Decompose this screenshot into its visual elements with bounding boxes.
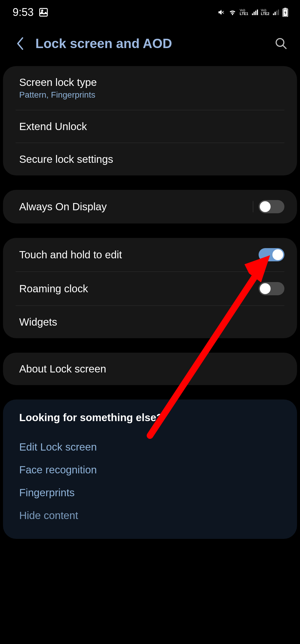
screen-lock-type-subtitle: Pattern, Fingerprints	[19, 90, 97, 100]
item-extend-unlock[interactable]: Extend Unlock	[3, 110, 297, 143]
image-icon	[38, 7, 49, 17]
looking-for-title: Looking for something else?	[19, 412, 281, 424]
card-aod: Always On Display	[3, 190, 297, 223]
item-roaming-clock[interactable]: Roaming clock	[3, 272, 297, 305]
search-button[interactable]	[274, 36, 289, 51]
secure-lock-title: Secure lock settings	[19, 153, 113, 165]
signal2-icon	[272, 9, 279, 16]
card-edit-clock-widgets: Touch and hold to edit Roaming clock Wid…	[3, 238, 297, 338]
page-title: Lock screen and AOD	[35, 36, 265, 51]
item-widgets[interactable]: Widgets	[3, 306, 297, 338]
touch-hold-title: Touch and hold to edit	[19, 249, 122, 261]
battery-charging-icon	[282, 8, 289, 17]
status-bar: 9:53 Vo)) LTE1 Vo)) LTE2	[0, 0, 300, 24]
card-about: About Lock screen	[3, 353, 297, 385]
mute-vibrate-icon	[218, 8, 225, 16]
wifi-icon	[228, 8, 237, 17]
card-looking-for: Looking for something else? Edit Lock sc…	[3, 399, 297, 539]
touch-hold-toggle[interactable]	[259, 248, 284, 261]
back-button[interactable]	[14, 36, 26, 51]
roaming-clock-toggle[interactable]	[259, 282, 284, 295]
extend-unlock-title: Extend Unlock	[19, 120, 87, 132]
item-touch-hold-edit[interactable]: Touch and hold to edit	[3, 238, 297, 272]
link-face-recognition[interactable]: Face recognition	[19, 458, 281, 481]
screen-lock-type-title: Screen lock type	[19, 76, 97, 88]
item-about-lock-screen[interactable]: About Lock screen	[3, 353, 297, 385]
link-edit-lock-screen[interactable]: Edit Lock screen	[19, 436, 281, 458]
toggle-divider	[253, 201, 253, 212]
svg-rect-3	[284, 8, 286, 9]
link-fingerprints[interactable]: Fingerprints	[19, 481, 281, 504]
card-lock-type: Screen lock type Pattern, Fingerprints E…	[3, 66, 297, 175]
roaming-clock-title: Roaming clock	[19, 283, 88, 295]
sim1-indicator: Vo)) LTE1	[240, 9, 248, 16]
svg-point-1	[42, 10, 43, 11]
aod-title: Always On Display	[19, 201, 107, 213]
item-screen-lock-type[interactable]: Screen lock type Pattern, Fingerprints	[3, 66, 297, 110]
widgets-title: Widgets	[19, 316, 57, 328]
aod-toggle[interactable]	[259, 200, 284, 213]
item-always-on-display[interactable]: Always On Display	[3, 190, 297, 223]
about-title: About Lock screen	[19, 363, 106, 375]
status-time: 9:53	[13, 6, 34, 19]
signal1-icon	[251, 9, 258, 16]
link-hide-content[interactable]: Hide content	[19, 504, 281, 527]
item-secure-lock-settings[interactable]: Secure lock settings	[3, 143, 297, 175]
sim2-indicator: Vo)) LTE2	[261, 9, 269, 16]
page-header: Lock screen and AOD	[0, 24, 300, 66]
